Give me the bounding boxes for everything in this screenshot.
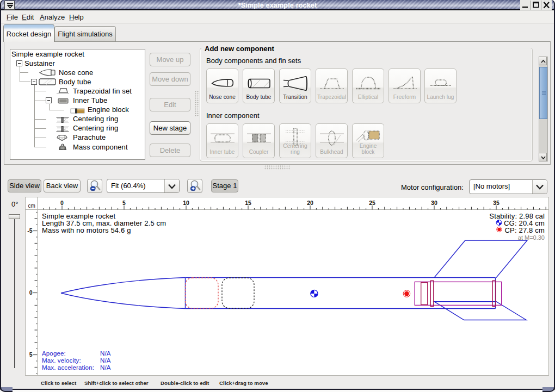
svg-text:0: 0: [29, 289, 33, 296]
svg-text:15: 15: [245, 200, 251, 206]
svg-text:5: 5: [29, 351, 33, 358]
svg-text:20: 20: [307, 200, 313, 206]
svg-text:30: 30: [431, 200, 437, 206]
svg-text:cm: cm: [28, 203, 35, 209]
svg-text:0: 0: [60, 200, 64, 206]
svg-text:5: 5: [122, 200, 126, 206]
svg-text:35: 35: [493, 200, 499, 206]
svg-text:-5: -5: [27, 227, 32, 234]
svg-text:kg: kg: [61, 147, 64, 150]
svg-text:25: 25: [369, 200, 375, 206]
svg-text:10: 10: [183, 200, 189, 206]
